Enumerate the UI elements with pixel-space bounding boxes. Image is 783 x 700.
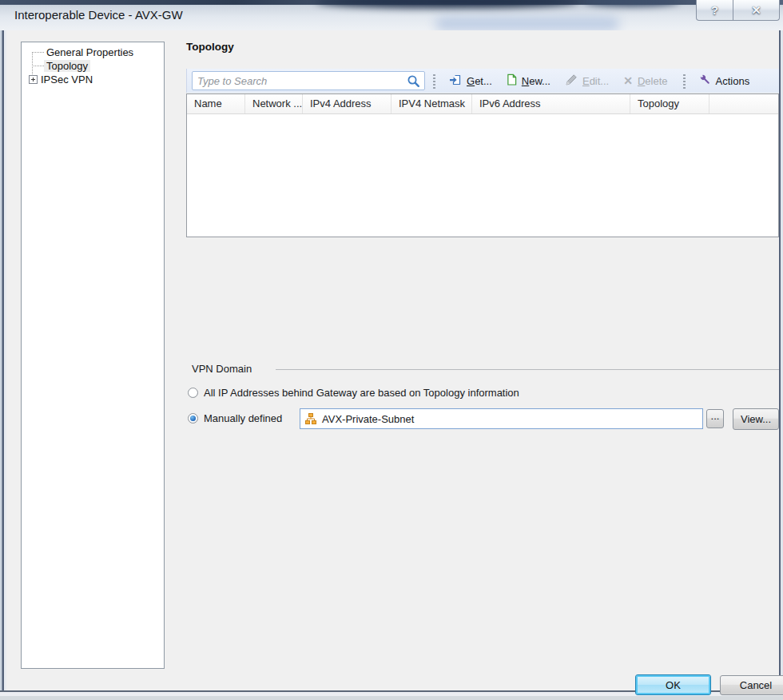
glass-reflection [583, 0, 679, 6]
titlebar-buttons: ? ✕ [696, 0, 780, 21]
glass-reflection [316, 0, 579, 8]
radio-option-manually-defined: Manually defined [188, 412, 282, 424]
delete-x-icon: ✕ [623, 75, 633, 86]
tree-item-label: Topology [44, 60, 90, 72]
column-header-network[interactable]: Network ... [245, 94, 303, 113]
topology-toolbar: Get... New... Edit... [186, 69, 779, 93]
close-button[interactable]: ✕ [733, 0, 780, 21]
tree-line [32, 52, 44, 53]
column-header-ipv4-address[interactable]: IPv4 Address [303, 94, 392, 113]
search-box [192, 71, 425, 90]
ok-button[interactable]: OK [635, 674, 711, 695]
nav-tree: General Properties Topology IPSec VPN [21, 42, 165, 669]
actions-wrench-icon [699, 74, 711, 88]
topology-table: Name Network ... IPv4 Address IPV4 Netma… [186, 93, 779, 237]
actions-button[interactable]: Actions [699, 74, 750, 88]
radio-option-topology: All IP Addresses behind Gateway are base… [188, 387, 519, 399]
column-header-ipv6-address[interactable]: IPv6 Address [472, 94, 630, 113]
table-body-empty [187, 114, 778, 237]
glass-reflection [435, 18, 619, 30]
column-header-empty [709, 94, 778, 113]
page-title: Topology [186, 41, 234, 53]
titlebar[interactable]: Interoperable Device - AVX-GW ? ✕ [0, 0, 783, 31]
dialog-client-area: General Properties Topology IPSec VPN To… [6, 30, 779, 692]
browse-button[interactable]: ... [706, 409, 724, 428]
tree-item-topology[interactable]: Topology [44, 59, 90, 73]
new-button[interactable]: New... [507, 74, 550, 88]
vpn-domain-object-field[interactable]: AVX-Private-Subnet [300, 408, 703, 429]
help-button[interactable]: ? [696, 0, 733, 21]
toolbar-separator [683, 74, 686, 89]
tree-item-label: IPSec VPN [38, 74, 95, 86]
radio-label[interactable]: All IP Addresses behind Gateway are base… [204, 387, 519, 399]
tree-item-label: General Properties [44, 46, 136, 58]
search-icon[interactable] [407, 74, 420, 88]
window-frame-left [0, 30, 6, 692]
tree-item-ipsec-vpn[interactable]: IPSec VPN [38, 73, 95, 86]
column-header-name[interactable]: Name [187, 94, 245, 113]
edit-pencil-icon [565, 74, 578, 89]
question-mark-icon: ? [711, 3, 718, 17]
window-title: Interoperable Device - AVX-GW [14, 8, 183, 22]
edit-button[interactable]: Edit... [565, 74, 609, 89]
get-icon [449, 74, 462, 89]
radio-button-selected[interactable] [188, 413, 198, 424]
column-header-topology[interactable]: Topology [630, 94, 709, 113]
radio-button-unselected[interactable] [188, 388, 198, 398]
new-document-icon [507, 74, 517, 88]
network-subnet-icon [304, 412, 317, 425]
vpn-domain-object-value: AVX-Private-Subnet [322, 413, 414, 425]
toolbar-separator [433, 74, 435, 89]
tree-item-general-properties[interactable]: General Properties [44, 46, 136, 59]
expand-plus-icon[interactable] [29, 75, 38, 84]
delete-button[interactable]: ✕ Delete [623, 75, 667, 87]
dialog-window: Interoperable Device - AVX-GW ? ✕ Genera… [0, 0, 783, 700]
close-icon: ✕ [751, 3, 761, 18]
view-button[interactable]: View... [733, 408, 779, 430]
search-input[interactable] [193, 75, 407, 87]
table-header-row: Name Network ... IPv4 Address IPV4 Netma… [187, 94, 778, 114]
window-frame-right [779, 30, 783, 692]
cancel-button[interactable]: Cancel [720, 675, 783, 695]
group-divider-line [276, 369, 779, 370]
radio-label[interactable]: Manually defined [204, 412, 282, 424]
get-button[interactable]: Get... [449, 74, 492, 89]
column-header-ipv4-netmask[interactable]: IPV4 Netmask [392, 94, 472, 113]
vpn-domain-group-label: VPN Domain [192, 363, 252, 375]
tree-line [32, 66, 44, 66]
